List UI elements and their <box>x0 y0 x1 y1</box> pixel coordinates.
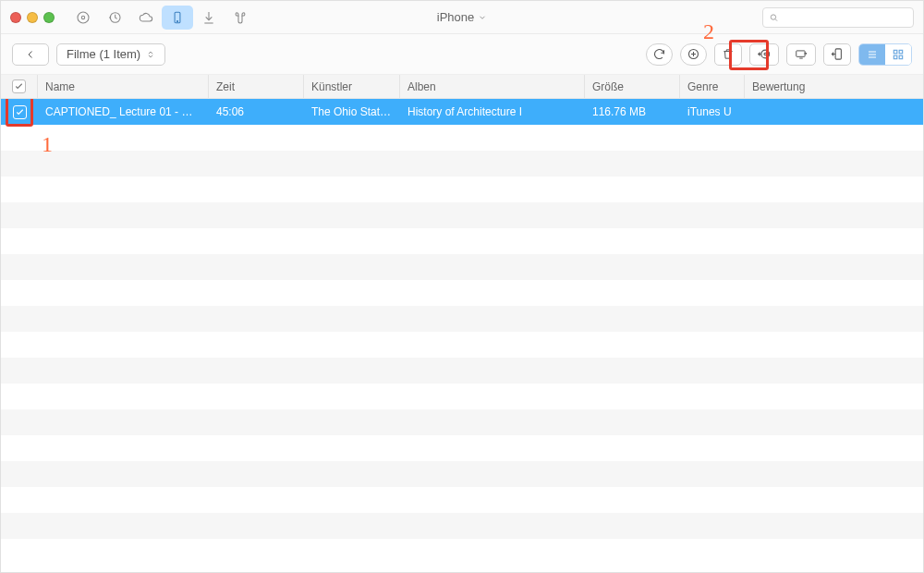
maximize-window-button[interactable] <box>43 12 55 23</box>
empty-row <box>1 202 923 228</box>
minimize-window-button[interactable] <box>27 12 38 23</box>
col-albums[interactable]: Alben <box>400 75 585 98</box>
toolbar: Filme (1 Item) 2 <box>1 34 923 75</box>
device-title-label: iPhone <box>437 10 474 24</box>
svg-rect-11 <box>894 50 897 54</box>
col-name[interactable]: Name <box>38 75 209 98</box>
toolbar-actions <box>646 43 912 66</box>
select-all-checkbox[interactable] <box>12 79 26 93</box>
col-artist[interactable]: Künstler <box>304 75 400 98</box>
chevron-left-icon <box>25 49 36 60</box>
table-header: Name Zeit Künstler Alben Größe Genre Bew… <box>1 75 923 99</box>
trash-icon <box>722 47 735 61</box>
empty-row <box>1 151 923 177</box>
svg-rect-10 <box>835 49 841 59</box>
svg-rect-9 <box>796 50 805 55</box>
to-computer-icon <box>793 48 809 61</box>
cell-time: 45:06 <box>209 105 304 118</box>
filter-label: Filme (1 Item) <box>67 47 140 61</box>
add-button[interactable] <box>680 43 707 66</box>
history-icon[interactable] <box>99 6 130 30</box>
close-window-button[interactable] <box>10 12 21 23</box>
titlebar: iPhone <box>1 1 923 34</box>
row-checkbox[interactable] <box>13 105 27 119</box>
titlebar-mode-tabs <box>67 6 256 30</box>
cell-album: History of Architecture I <box>400 105 585 118</box>
svg-point-0 <box>78 12 89 23</box>
device-icon[interactable] <box>162 6 193 30</box>
col-rating[interactable]: Bewertung <box>745 75 923 98</box>
empty-row <box>1 332 923 358</box>
grid-view-button[interactable] <box>885 44 911 65</box>
list-view-button[interactable] <box>859 44 885 65</box>
search-input-wrap[interactable] <box>762 7 914 28</box>
col-size[interactable]: Größe <box>585 75 680 98</box>
svg-point-8 <box>764 53 767 55</box>
table-body: CAPTIONED_ Lecture 01 - Wh… 45:06 The Oh… <box>1 99 923 572</box>
refresh-icon <box>652 47 666 61</box>
filter-dropdown[interactable]: Filme (1 Item) <box>56 43 165 66</box>
svg-point-1 <box>81 16 84 18</box>
table-row[interactable]: CAPTIONED_ Lecture 01 - Wh… 45:06 The Oh… <box>1 99 923 125</box>
svg-point-5 <box>771 14 775 18</box>
cell-artist: The Ohio State… <box>304 105 400 118</box>
select-all-cell[interactable] <box>1 75 38 98</box>
cloud-icon[interactable] <box>130 6 162 30</box>
col-time[interactable]: Zeit <box>209 75 304 98</box>
empty-row <box>1 125 923 151</box>
download-icon[interactable] <box>193 6 225 30</box>
window-traffic-lights <box>10 12 55 23</box>
cell-name: CAPTIONED_ Lecture 01 - Wh… <box>38 105 209 118</box>
svg-point-7 <box>761 50 770 58</box>
grid-icon <box>892 48 905 61</box>
to-itunes-icon <box>756 47 772 61</box>
delete-button[interactable] <box>714 43 742 66</box>
search-icon <box>769 12 779 23</box>
empty-row <box>1 358 923 384</box>
chevron-down-icon <box>478 13 487 22</box>
svg-point-4 <box>176 20 177 21</box>
svg-rect-14 <box>899 55 903 59</box>
to-computer-button[interactable] <box>786 43 816 66</box>
empty-row <box>1 280 923 306</box>
sort-arrows-icon <box>146 49 155 60</box>
cell-genre: iTunes U <box>680 105 745 118</box>
empty-row <box>1 539 923 565</box>
empty-row <box>1 409 923 435</box>
empty-row <box>1 461 923 487</box>
view-toggle <box>858 43 912 66</box>
svg-rect-13 <box>894 55 897 59</box>
empty-row <box>1 435 923 461</box>
to-device-button[interactable] <box>823 43 851 66</box>
music-library-icon[interactable] <box>67 6 99 30</box>
refresh-button[interactable] <box>646 43 673 66</box>
empty-row <box>1 487 923 513</box>
col-genre[interactable]: Genre <box>680 75 745 98</box>
search-input[interactable] <box>783 11 907 24</box>
empty-row <box>1 254 923 280</box>
plus-circle-icon <box>687 47 700 61</box>
cell-size: 116.76 MB <box>585 105 680 118</box>
empty-row <box>1 228 923 254</box>
empty-row <box>1 513 923 539</box>
list-icon <box>865 49 880 60</box>
to-itunes-button[interactable] <box>749 43 779 66</box>
empty-row <box>1 384 923 409</box>
toolbox-icon[interactable] <box>225 6 256 30</box>
empty-row <box>1 306 923 332</box>
back-button[interactable] <box>12 43 49 66</box>
svg-rect-12 <box>899 50 903 54</box>
empty-row <box>1 177 923 202</box>
to-device-icon <box>830 47 845 61</box>
